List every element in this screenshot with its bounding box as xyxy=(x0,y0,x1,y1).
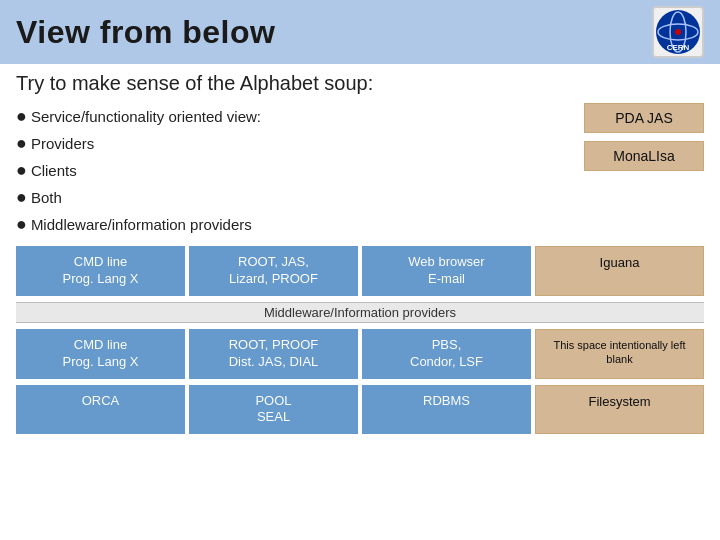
bullet-icon: ● xyxy=(16,184,27,211)
pda-jas-box: PDA JAS xyxy=(584,103,704,133)
list-item: ● Both xyxy=(16,184,574,211)
list-item: ● Service/functionality oriented view: xyxy=(16,103,574,130)
bottom-box-1: POOL SEAL xyxy=(189,385,358,435)
subtitle: Try to make sense of the Alphabet soup: xyxy=(16,72,704,95)
list-item: ● Middleware/information providers xyxy=(16,211,574,238)
list-item: ● Providers xyxy=(16,130,574,157)
bullet-icon: ● xyxy=(16,103,27,130)
clients-row: CMD line Prog. Lang X ROOT, JAS, Lizard,… xyxy=(16,246,704,296)
middleware-label: Middleware/Information providers xyxy=(16,302,704,323)
content: Try to make sense of the Alphabet soup: … xyxy=(0,64,720,540)
cern-logo: CERN xyxy=(652,6,704,58)
mw-box-3-blank: This space intentionally left blank xyxy=(535,329,704,379)
client-box-3: Iguana xyxy=(535,246,704,296)
mw-box-1: ROOT, PROOF Dist. JAS, DIAL xyxy=(189,329,358,379)
mw-box-2: PBS, Condor, LSF xyxy=(362,329,531,379)
page-title: View from below xyxy=(16,14,275,51)
monalisa-box: MonaLIsa xyxy=(584,141,704,171)
bullet-icon: ● xyxy=(16,130,27,157)
bottom-box-3: Filesystem xyxy=(535,385,704,435)
bullet-icon: ● xyxy=(16,211,27,238)
mw-box-0: CMD line Prog. Lang X xyxy=(16,329,185,379)
page: View from below CERN Try to make sense o… xyxy=(0,0,720,540)
svg-text:CERN: CERN xyxy=(667,43,690,52)
bullets-list: ● Service/functionality oriented view: ●… xyxy=(16,103,574,238)
header: View from below CERN xyxy=(0,0,720,64)
client-box-0: CMD line Prog. Lang X xyxy=(16,246,185,296)
client-box-2: Web browser E-mail xyxy=(362,246,531,296)
bottom-box-2: RDBMS xyxy=(362,385,531,435)
side-boxes: PDA JAS MonaLIsa xyxy=(584,103,704,171)
bullets-section: ● Service/functionality oriented view: ●… xyxy=(16,103,704,238)
bottom-box-0: ORCA xyxy=(16,385,185,435)
cern-circle-icon: CERN xyxy=(656,10,700,54)
bottom-row: ORCA POOL SEAL RDBMS Filesystem xyxy=(16,385,704,435)
client-box-1: ROOT, JAS, Lizard, PROOF xyxy=(189,246,358,296)
middleware-row: CMD line Prog. Lang X ROOT, PROOF Dist. … xyxy=(16,329,704,379)
list-item: ● Clients xyxy=(16,157,574,184)
bullet-icon: ● xyxy=(16,157,27,184)
svg-point-3 xyxy=(675,29,681,35)
